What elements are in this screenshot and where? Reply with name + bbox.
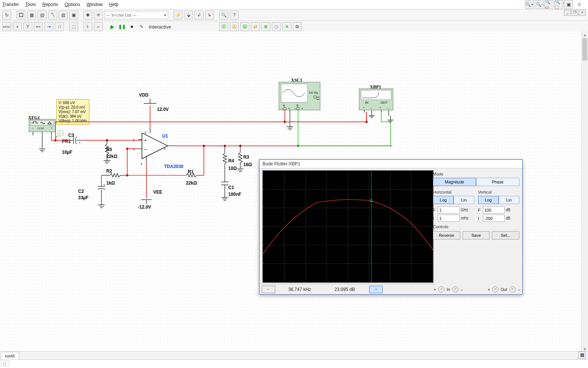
simulation-toolbar: MISC ▪ Y ⊷ ⇥ ⎍ ⬚ ⊦ ⌐ ▶ ❚❚ ■ ✎ Interactiv… [0, 21, 588, 33]
transistor-icon[interactable]: ⊷ [34, 22, 43, 31]
grapher-icon[interactable]: 〽 [48, 11, 57, 20]
mdi-restore-button[interactable]: ❐ [571, 10, 578, 16]
reverse-button[interactable]: Reverse [433, 231, 460, 239]
hierarchy-icon[interactable]: ⬚ [69, 22, 78, 31]
capture-icon[interactable]: ⬙ [184, 11, 193, 20]
cursor-left-button[interactable]: ← [262, 286, 275, 293]
bode-plotter-window[interactable]: Bode Plotter-XBP1 Mode Magnitude Phase [259, 159, 523, 295]
out-minus-terminal[interactable]: ○ [510, 286, 516, 292]
in-minus-terminal[interactable]: ○ [452, 286, 458, 292]
probe-v-icon[interactable]: Ⓥ [219, 22, 228, 31]
probe-ref-icon[interactable]: ⊕ [261, 22, 270, 31]
design-toolbox-icon[interactable]: 🞏 [17, 11, 26, 20]
probe-w-icon[interactable]: Ⓦ [240, 22, 249, 31]
svg-text:Ext Trig: Ext Trig [309, 91, 318, 94]
mode-label: Mode [433, 172, 519, 176]
v-initial-input[interactable] [483, 215, 505, 222]
status-bar: ⬯ [0, 359, 588, 368]
menu-options[interactable]: Options [65, 2, 80, 7]
svg-text:V: V [59, 132, 61, 136]
breadboard-icon[interactable]: ▣ [69, 11, 78, 20]
interactive-sim-icon[interactable]: ✎ [137, 23, 146, 31]
spreadsheet-icon[interactable]: ▦ [27, 11, 36, 20]
magnitude-button[interactable]: Magnitude [433, 178, 476, 186]
postprocessor-icon[interactable]: ▥ [59, 11, 68, 20]
create-component-icon[interactable]: ✳ [94, 11, 103, 20]
probe-d-icon[interactable]: ◷ [272, 22, 281, 31]
bode-plot-area[interactable] [262, 170, 434, 283]
fullscreen-icon[interactable]: ▣ [564, 0, 573, 9]
probe-settings-icon[interactable]: ⚙ [293, 22, 302, 31]
vertical-scrollbar[interactable]: ▴ ▾ [581, 32, 588, 352]
mdi-close-button[interactable]: × [579, 10, 586, 16]
database-icon[interactable]: ▤ [38, 11, 47, 20]
svg-text:+: + [144, 138, 147, 142]
diode-icon[interactable]: ⇥ [44, 22, 53, 31]
window-close-button[interactable]: ✕ [571, 0, 588, 9]
zoom-fit-icon[interactable]: 🔍⬚ [554, 0, 563, 9]
in-plus-terminal[interactable]: ○ [438, 286, 444, 292]
misc-components-icon[interactable]: MISC [2, 22, 11, 31]
zoom-in-icon[interactable]: 🔍+ [525, 0, 534, 9]
magnitude-readout: 23.095 dB [324, 287, 365, 292]
set-button[interactable]: Set... [492, 231, 519, 239]
svg-text:–: – [32, 126, 33, 130]
sheet-tabs: est45 ▦ [0, 351, 588, 360]
bode-title[interactable]: Bode Plotter-XBP1 [259, 160, 522, 168]
menu-transfer[interactable]: TTransferransfer [2, 2, 19, 7]
component-icon[interactable]: ✱ [83, 11, 92, 20]
svg-text:–: – [294, 107, 296, 111]
bode-readout-bar: ← 36.747 kHz 23.095 dB → [259, 284, 436, 294]
scroll-up-icon[interactable]: ▴ [582, 32, 588, 38]
antenna-icon[interactable]: Y [23, 22, 32, 31]
svg-text:+: + [288, 107, 290, 111]
svg-text:+: + [78, 141, 81, 145]
electrical-check-icon[interactable]: ⚡ [173, 11, 182, 20]
probe-diff-icon[interactable]: ⇄ [251, 22, 260, 31]
svg-text:A: A [283, 104, 285, 107]
source-icon[interactable]: ▪ [13, 22, 22, 31]
probe-a-icon[interactable]: Ⓐ [230, 22, 239, 31]
back-annotate-icon[interactable]: ↲ [194, 11, 204, 20]
menu-window[interactable]: Window [87, 2, 103, 7]
mdi-controls: _ ❐ × [564, 10, 586, 16]
v-log-button[interactable]: Log [478, 196, 499, 204]
h-initial-input[interactable] [438, 215, 460, 222]
interactive-label: Interactive [149, 24, 171, 30]
h-lin-button[interactable]: Lin [454, 196, 474, 204]
menubar: TTransferransfer Tools Reports Options W… [0, 0, 588, 9]
find-icon[interactable]: 🔍 [219, 11, 228, 20]
zoom-out-icon[interactable]: 🔍- [535, 0, 544, 9]
status-indicator: ⬯ [1, 360, 9, 366]
v-final-input[interactable] [483, 206, 505, 214]
junction-icon[interactable]: ⌐ [94, 22, 103, 31]
out-plus-terminal[interactable]: ○ [492, 286, 498, 292]
menu-tools[interactable]: Tools [25, 2, 36, 7]
h-final-input[interactable] [438, 206, 460, 214]
svg-text:–: – [281, 107, 283, 111]
save-button[interactable]: Save [463, 231, 490, 239]
menu-reports[interactable]: Reports [42, 2, 58, 7]
pause-button[interactable]: ❚❚ [118, 23, 126, 31]
forward-annotate-icon[interactable]: ↳ [205, 11, 214, 20]
run-button[interactable]: ▶ [108, 23, 116, 31]
indicator-icon[interactable]: ⎍ [55, 22, 64, 31]
phase-button[interactable]: Phase [476, 178, 519, 186]
zoom-area-icon[interactable]: 🔍▭ [544, 0, 553, 9]
h-log-button[interactable]: Log [433, 196, 454, 204]
tab-est45[interactable]: est45 [1, 352, 19, 360]
scroll-thumb[interactable] [582, 38, 587, 61]
probe-clear-icon[interactable]: ✕ [282, 22, 291, 31]
mdi-minimize-button[interactable]: _ [564, 10, 571, 16]
spreadsheet-toggle-icon[interactable]: ▦ [578, 351, 586, 359]
menu-help[interactable]: Help [109, 2, 119, 7]
help-icon[interactable]: ? [230, 11, 239, 20]
cursor-right-button[interactable]: → [369, 286, 383, 293]
refresh-icon[interactable]: ↻ [2, 11, 11, 20]
v-lin-button[interactable]: Lin [499, 196, 519, 204]
stop-button[interactable]: ■ [128, 23, 136, 31]
in-use-list-dropdown[interactable]: --- In-Use List ---▾ [104, 11, 168, 19]
bus-icon[interactable]: ⊦ [83, 22, 92, 31]
svg-point-41 [126, 174, 128, 176]
controls-label: Controls [433, 224, 519, 229]
